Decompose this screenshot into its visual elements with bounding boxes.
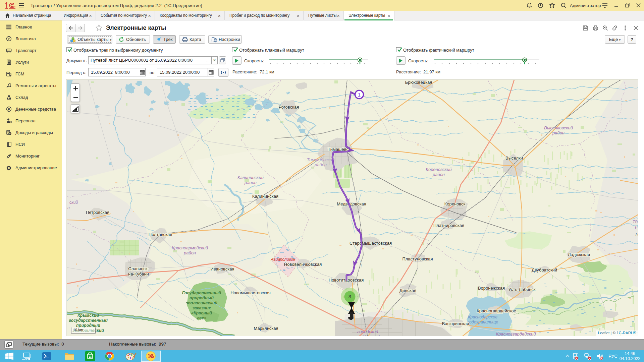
svg-text:Ладожская: Ладожская (568, 252, 590, 257)
svg-text:Усть-Лабинск: Усть-Лабинск (508, 287, 536, 292)
svg-text:Выселки: Выселки (505, 156, 523, 161)
svg-text:Кореновск: Кореновск (444, 201, 466, 206)
svg-text:Красногвардейский: Красногвардейский (496, 331, 536, 336)
svg-text:Ивановская: Ивановская (210, 266, 234, 272)
svg-text:Авиаполигон: Авиаполигон (271, 257, 296, 262)
svg-text:Красногвардейское: Красногвардейское (477, 308, 516, 313)
svg-text:Брюховецкая: Брюховецкая (405, 80, 432, 85)
svg-text:₽: ₽ (9, 132, 10, 135)
svg-text:Тб: Тб (635, 232, 638, 237)
svg-text:н: н (67, 205, 70, 210)
svg-text:Медведовская: Медведовская (337, 201, 366, 206)
svg-text:Двубратский: Двубратский (532, 267, 557, 273)
svg-text:Марьянская: Марьянская (254, 326, 278, 331)
svg-text:Краснодарскоеводохранилище: Краснодарскоеводохранилище (467, 315, 498, 324)
svg-text:₽: ₽ (10, 121, 11, 123)
svg-text:Старомышастовская: Старомышастовская (350, 241, 392, 246)
svg-text:Калининская: Калининская (252, 194, 278, 199)
svg-text:Васюринская: Васюринская (442, 321, 469, 326)
svg-text:Воронежская: Воронежская (478, 286, 505, 291)
svg-text:Славянск-на-Кубани: Славянск-на-Кубани (128, 266, 149, 277)
svg-text:3: 3 (348, 294, 351, 299)
svg-text:₽: ₽ (8, 107, 10, 111)
svg-text:Роговская: Роговская (279, 105, 299, 110)
svg-text:Динская: Динская (399, 288, 416, 293)
svg-text:1: 1 (358, 92, 361, 98)
svg-text:Нововеличковская: Нововеличковская (284, 262, 322, 267)
svg-text:Новомышастовская: Новомышастовская (230, 290, 271, 295)
svg-text:Петровская: Петровская (86, 210, 109, 215)
svg-text:Платнировская: Платнировская (433, 223, 464, 228)
svg-text:Пластуновская: Пластуновская (402, 256, 433, 261)
svg-text:ский: ский (69, 200, 78, 205)
svg-text:Полтавская: Полтавская (149, 232, 172, 237)
